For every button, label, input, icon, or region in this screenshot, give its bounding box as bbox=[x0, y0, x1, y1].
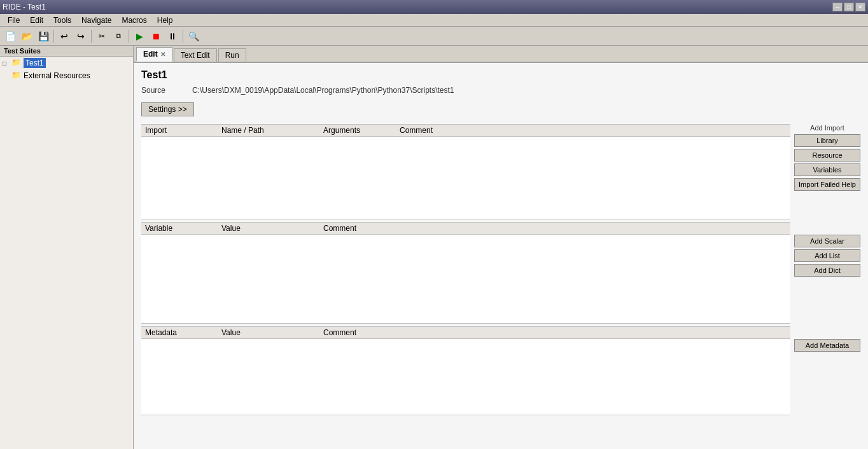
add-metadata-button[interactable]: Add Metadata bbox=[794, 339, 860, 352]
toolbar-divider-4 bbox=[183, 30, 183, 43]
col-import: Import bbox=[141, 125, 218, 136]
variable-table-body bbox=[141, 235, 790, 324]
file-icon: 📁 bbox=[11, 71, 22, 81]
tab-edit-close[interactable]: ✕ bbox=[160, 51, 165, 58]
import-table-body bbox=[141, 137, 790, 219]
expand-icon: □ bbox=[3, 60, 11, 67]
tab-run-label: Run bbox=[225, 51, 239, 60]
toolbar-divider-3 bbox=[129, 30, 129, 43]
import-buttons-panel: Add Import Library Resource Variables Im… bbox=[790, 124, 860, 193]
edit-content: Test1 Source C:\Users\DXM_0019\AppData\L… bbox=[134, 63, 868, 449]
sidebar-item-external[interactable]: 📁 External Resources bbox=[0, 69, 133, 82]
page-title: Test1 bbox=[141, 69, 860, 81]
tab-run[interactable]: Run bbox=[218, 48, 246, 62]
menu-bar: File Edit Tools Navigate Macros Help bbox=[0, 14, 868, 27]
col-comment: Comment bbox=[396, 125, 790, 136]
col-metadata: Metadata bbox=[141, 327, 218, 338]
tab-edit[interactable]: Edit ✕ bbox=[136, 47, 172, 62]
toolbar-new[interactable]: 📄 bbox=[3, 29, 18, 44]
variable-table-header: Variable Value Comment bbox=[141, 222, 790, 235]
toolbar-open[interactable]: 📂 bbox=[19, 29, 34, 44]
add-scalar-button[interactable]: Add Scalar bbox=[794, 235, 860, 247]
sidebar-item-label-test1: Test1 bbox=[24, 58, 46, 68]
col-metadata-value: Value bbox=[218, 327, 319, 338]
variables-button[interactable]: Variables bbox=[794, 163, 860, 176]
source-label: Source bbox=[141, 86, 192, 95]
toolbar-undo[interactable]: ↩ bbox=[57, 29, 72, 44]
metadata-buttons-panel: Add Metadata bbox=[790, 326, 860, 354]
col-metadata-comment: Comment bbox=[319, 327, 790, 338]
menu-help[interactable]: Help bbox=[152, 15, 178, 26]
toolbar-divider-1 bbox=[53, 30, 54, 43]
toolbar-divider-2 bbox=[91, 30, 92, 43]
import-failed-help-button[interactable]: Import Failed Help bbox=[794, 178, 860, 191]
menu-file[interactable]: File bbox=[3, 15, 25, 26]
toolbar: 📄 📂 💾 ↩ ↪ ✂ ⧉ ▶ ⏹ ⏸ 🔍 bbox=[0, 27, 868, 46]
close-button[interactable]: ✕ bbox=[855, 3, 865, 11]
metadata-section: Metadata Value Comment bbox=[141, 326, 790, 415]
sidebar-header: Test Suites bbox=[0, 46, 133, 57]
sidebar-item-test1[interactable]: □ 📁 Test1 bbox=[0, 57, 133, 69]
tab-text-edit[interactable]: Text Edit bbox=[174, 48, 217, 62]
sidebar: Test Suites □ 📁 Test1 📁 External Resourc… bbox=[0, 46, 134, 449]
toolbar-copy[interactable]: ⧉ bbox=[111, 29, 126, 44]
settings-button[interactable]: Settings >> bbox=[141, 102, 194, 116]
content-area: Edit ✕ Text Edit Run Test1 Source C:\Use… bbox=[134, 46, 868, 449]
toolbar-cut[interactable]: ✂ bbox=[94, 29, 109, 44]
col-arguments: Arguments bbox=[319, 125, 396, 136]
title-text: RIDE - Test1 bbox=[3, 3, 46, 11]
folder-icon: 📁 bbox=[11, 58, 22, 68]
title-bar: RIDE - Test1 ─ □ ✕ bbox=[0, 0, 868, 14]
toolbar-save[interactable]: 💾 bbox=[36, 29, 51, 44]
variable-buttons-panel: Add Scalar Add List Add Dict bbox=[790, 222, 860, 279]
variable-section: Variable Value Comment bbox=[141, 222, 790, 324]
menu-macros[interactable]: Macros bbox=[116, 15, 151, 26]
add-import-label: Add Import bbox=[794, 124, 860, 132]
toolbar-stop[interactable]: ⏹ bbox=[148, 29, 164, 44]
metadata-table-body bbox=[141, 339, 790, 415]
maximize-button[interactable]: □ bbox=[844, 3, 854, 11]
toolbar-run[interactable]: ▶ bbox=[132, 29, 147, 44]
toolbar-redo[interactable]: ↪ bbox=[73, 29, 88, 44]
import-table-header: Import Name / Path Arguments Comment bbox=[141, 124, 790, 137]
title-controls: ─ □ ✕ bbox=[832, 3, 865, 11]
tab-edit-label: Edit bbox=[143, 50, 158, 59]
minimize-button[interactable]: ─ bbox=[832, 3, 843, 11]
library-button[interactable]: Library bbox=[794, 134, 860, 147]
add-list-button[interactable]: Add List bbox=[794, 249, 860, 262]
metadata-table-header: Metadata Value Comment bbox=[141, 326, 790, 339]
menu-tools[interactable]: Tools bbox=[48, 15, 76, 26]
tab-text-edit-label: Text Edit bbox=[181, 51, 210, 60]
menu-navigate[interactable]: Navigate bbox=[76, 15, 116, 26]
main-layout: Test Suites □ 📁 Test1 📁 External Resourc… bbox=[0, 46, 868, 449]
col-name-path: Name / Path bbox=[218, 125, 319, 136]
col-variable: Variable bbox=[141, 223, 218, 234]
source-row: Source C:\Users\DXM_0019\AppData\Local\P… bbox=[141, 86, 860, 95]
toolbar-search[interactable]: 🔍 bbox=[186, 29, 201, 44]
menu-edit[interactable]: Edit bbox=[25, 15, 48, 26]
tab-bar: Edit ✕ Text Edit Run bbox=[134, 46, 868, 63]
col-comment2: Comment bbox=[319, 223, 790, 234]
source-path: C:\Users\DXM_0019\AppData\Local\Programs… bbox=[192, 86, 454, 95]
sidebar-item-label-external: External Resources bbox=[24, 71, 90, 80]
col-value: Value bbox=[218, 223, 319, 234]
resource-button[interactable]: Resource bbox=[794, 149, 860, 162]
toolbar-pause[interactable]: ⏸ bbox=[165, 29, 180, 44]
add-dict-button[interactable]: Add Dict bbox=[794, 264, 860, 277]
import-section: Import Name / Path Arguments Comment bbox=[141, 124, 790, 219]
